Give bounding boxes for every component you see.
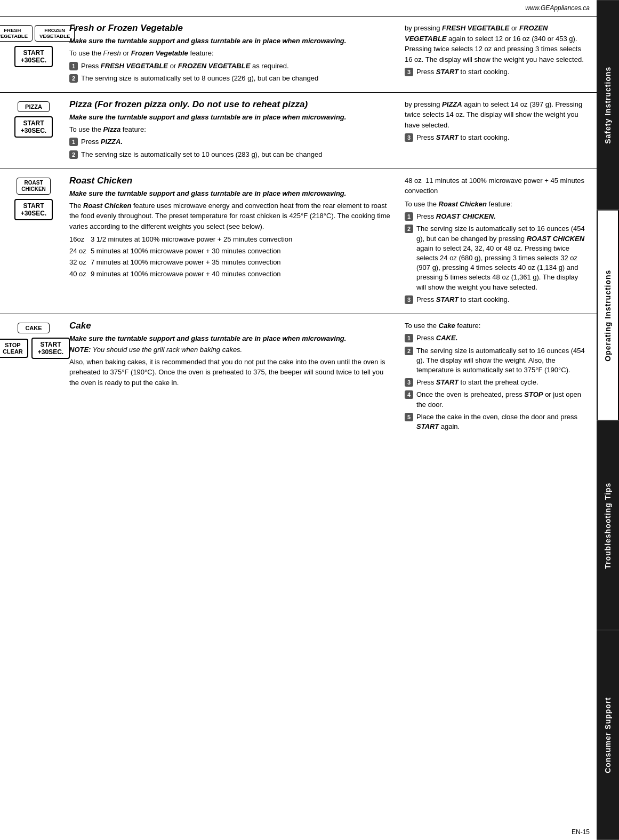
step-fresh-1: 1 Press FRESH VEGETABLE or FROZEN VEGETA… [69, 61, 394, 71]
step-text-cake-1: Press CAKE. [416, 333, 457, 343]
step-fresh-2: 2 The serving size is automatically set … [69, 74, 394, 83]
step-roast-3: 3 Press START to start cooking. [405, 295, 588, 305]
oz-label-3: 32 oz [69, 257, 89, 268]
body-cake: Also, when baking cakes, it is recommend… [69, 357, 394, 388]
step-text-roast-1: Press ROAST CHICKEN. [416, 212, 496, 221]
oz-list-roast: 16oz 3 1/2 minutes at 100% microwave pow… [69, 234, 394, 279]
btn-start-pizza[interactable]: START+30SEC. [14, 116, 53, 138]
title-roast: Roast Chicken [69, 175, 394, 186]
section-body-fresh-frozen: Fresh or Frozen Vegetable Make sure the … [63, 23, 400, 86]
oz-row-3: 32 oz 7 minutes at 100% microwave power … [69, 257, 394, 268]
step-num-c2: 2 [405, 347, 413, 355]
step-pizza-1: 1 Press PIZZA. [69, 137, 394, 147]
oz-label-4: 40 oz [69, 269, 89, 279]
body-pizza: To use the Pizza feature: [69, 124, 394, 135]
step-fresh-3: 3 Press START to start cooking. [405, 67, 588, 77]
section-right-pizza: by pressing PIZZA again to select 14 oz … [400, 99, 592, 162]
sidebar-tab-troubleshooting[interactable]: Troubleshooting Tips [597, 420, 619, 630]
right-text-cake: To use the Cake feature: [405, 321, 588, 331]
step-num-2: 2 [69, 74, 78, 83]
step-num-c5: 5 [405, 413, 413, 421]
section-fresh-frozen: FRESHVEGETABLE FROZENVEGETABLE START+30S… [0, 16, 597, 92]
sidebar-tab-operating[interactable]: Operating Instructions [597, 210, 619, 420]
step-num-p3: 3 [405, 133, 413, 142]
step-text-roast-3: Press START to start cooking. [416, 295, 509, 305]
subtitle-fresh-frozen: Make sure the turntable support and glas… [69, 37, 394, 45]
step-num-r3: 3 [405, 295, 413, 304]
step-cake-4: 4 Once the oven is preheated, press STOP… [405, 390, 588, 409]
step-text-pizza-3: Press START to start cooking. [416, 133, 509, 142]
sidebar-tab-safety[interactable]: Safety Instructions [597, 0, 619, 210]
subtitle-cake: Make sure the turntable support and glas… [69, 334, 394, 342]
step-num-p2: 2 [69, 150, 78, 159]
website-url: www.GEAppliances.ca [525, 4, 590, 12]
right-intro-roast: 48 oz 11 minutes at 100% microwave power… [405, 175, 588, 196]
section-left-cake: CAKE STOPCLEAR START+30SEC. [4, 321, 63, 434]
step-pizza-3: 3 Press START to start cooking. [405, 133, 588, 142]
btn-pizza[interactable]: PIZZA [18, 101, 50, 112]
step-text-cake-4: Once the oven is preheated, press STOP o… [416, 390, 588, 409]
section-left-roast: ROASTCHICKEN START+30SEC. [4, 175, 63, 307]
section-right-roast: 48 oz 11 minutes at 100% microwave power… [400, 175, 592, 307]
body-roast: The Roast Chicken feature uses microwave… [69, 201, 394, 232]
step-num-r1: 1 [405, 212, 413, 221]
step-cake-2: 2 The serving size is automatically set … [405, 346, 588, 375]
step-pizza-2: 2 The serving size is automatically set … [69, 150, 394, 159]
step-cake-5: 5 Place the cake in the oven, close the … [405, 412, 588, 431]
section-pizza: PIZZA START+30SEC. Pizza (For frozen piz… [0, 92, 597, 169]
step-num-1: 1 [69, 62, 78, 70]
title-fresh-frozen: Fresh or Frozen Vegetable [69, 23, 394, 34]
step-text-cake-3: Press START to start the preheat cycle. [416, 378, 538, 387]
btn-start-roast[interactable]: START+30SEC. [14, 199, 53, 220]
oz-label-1: 16oz [69, 234, 89, 245]
section-body-cake: Cake Make sure the turntable support and… [63, 321, 400, 434]
btn-roast-chicken[interactable]: ROASTCHICKEN [17, 178, 51, 195]
oz-row-2: 24 oz 5 minutes at 100% microwave power … [69, 246, 394, 257]
btn-cake[interactable]: CAKE [18, 323, 50, 333]
section-left-fresh-frozen: FRESHVEGETABLE FROZENVEGETABLE START+30S… [4, 23, 63, 86]
oz-desc-3: 7 minutes at 100% microwave power + 35 m… [89, 257, 281, 268]
step-text-roast-2: The serving size is automatically set to… [416, 224, 588, 292]
section-left-pizza: PIZZA START+30SEC. [4, 99, 63, 162]
btn-start-fresh[interactable]: START+30SEC. [14, 46, 53, 67]
subtitle-roast: Make sure the turntable support and glas… [69, 189, 394, 197]
step-roast-2: 2 The serving size is automatically set … [405, 224, 588, 292]
step-num-3: 3 [405, 68, 413, 76]
step-cake-1: 1 Press CAKE. [405, 333, 588, 343]
step-text-fresh-2: The serving size is automatically set to… [81, 74, 318, 83]
btn-stop-clear[interactable]: STOPCLEAR [0, 339, 28, 358]
step-num-c3: 3 [405, 378, 413, 387]
step-text-cake-5: Place the cake in the oven, close the do… [416, 412, 588, 431]
oz-row-1: 16oz 3 1/2 minutes at 100% microwave pow… [69, 234, 394, 245]
btn-row-cake: STOPCLEAR START+30SEC. [0, 338, 70, 359]
step-text-fresh-1: Press FRESH VEGETABLE or FROZEN VEGETABL… [81, 61, 289, 71]
oz-desc-4: 9 minutes at 100% microwave power + 40 m… [89, 269, 281, 279]
note-cake: NOTE: You should use the grill rack when… [69, 346, 394, 354]
oz-label-2: 24 oz [69, 246, 89, 257]
subtitle-pizza: Make sure the turntable support and glas… [69, 113, 394, 121]
section-right-cake: To use the Cake feature: 1 Press CAKE. 2… [400, 321, 592, 434]
step-cake-3: 3 Press START to start the preheat cycle… [405, 378, 588, 387]
title-cake: Cake [69, 321, 394, 331]
right-text-fresh: by pressing FRESH VEGETABLE or FROZEN VE… [405, 23, 588, 65]
right-text2-roast: To use the Roast Chicken feature: [405, 199, 588, 210]
section-body-pizza: Pizza (For frozen pizza only. Do not use… [63, 99, 400, 162]
step-roast-1: 1 Press ROAST CHICKEN. [405, 212, 588, 221]
step-text-cake-2: The serving size is automatically set to… [416, 346, 588, 375]
oz-row-4: 40 oz 9 minutes at 100% microwave power … [69, 269, 394, 279]
step-num-r2: 2 [405, 225, 413, 233]
btn-fresh-vegetable[interactable]: FRESHVEGETABLE [0, 25, 33, 42]
step-num-p1: 1 [69, 138, 78, 146]
step-text-pizza-2: The serving size is automatically set to… [81, 150, 322, 159]
step-num-c1: 1 [405, 334, 413, 342]
right-text-pizza: by pressing PIZZA again to select 14 oz … [405, 99, 588, 131]
step-num-c4: 4 [405, 390, 413, 399]
oz-desc-1: 3 1/2 minutes at 100% microwave power + … [89, 234, 292, 245]
section-right-fresh-frozen: by pressing FRESH VEGETABLE or FROZEN VE… [400, 23, 592, 86]
body-fresh-frozen: To use the Fresh or Frozen Vegetable fea… [69, 48, 394, 59]
step-text-fresh-3: Press START to start cooking. [416, 67, 509, 77]
right-sidebar: Safety Instructions Operating Instructio… [597, 0, 619, 840]
main-content: FRESHVEGETABLE FROZENVEGETABLE START+30S… [0, 16, 597, 840]
sidebar-tab-consumer[interactable]: Consumer Support [597, 630, 619, 840]
oz-desc-2: 5 minutes at 100% microwave power + 30 m… [89, 246, 281, 257]
